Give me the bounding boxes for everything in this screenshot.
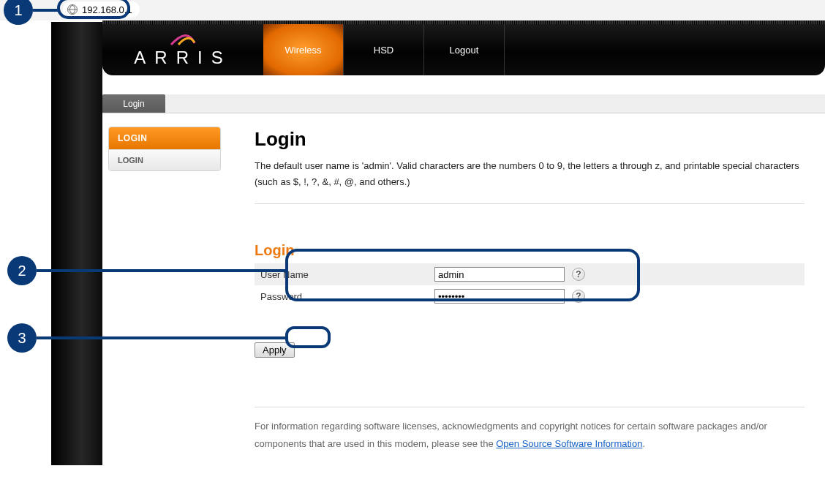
url-text: 192.168.0.1 bbox=[82, 4, 132, 15]
logo-swoosh-icon bbox=[170, 31, 196, 46]
section-heading-login: Login bbox=[255, 242, 805, 259]
nav-hsd[interactable]: HSD bbox=[344, 24, 424, 75]
sidebar-item-login[interactable]: LOGIN bbox=[109, 149, 220, 170]
logo: ARRIS bbox=[102, 24, 263, 75]
content-area: LOGIN LOGIN Login The default user name … bbox=[102, 113, 825, 465]
open-source-link[interactable]: Open Source Software Information bbox=[496, 438, 642, 449]
help-icon[interactable]: ? bbox=[572, 268, 585, 281]
help-icon[interactable]: ? bbox=[572, 290, 585, 303]
browser-url-bar: 192.168.0.1 bbox=[0, 0, 825, 20]
password-input[interactable] bbox=[434, 289, 565, 304]
password-label: Password bbox=[255, 291, 434, 302]
footer-text-post: . bbox=[642, 438, 645, 449]
url-chip[interactable]: 192.168.0.1 bbox=[63, 1, 140, 18]
main-nav: Wireless HSD Logout bbox=[263, 24, 505, 75]
globe-icon bbox=[67, 4, 78, 15]
tab-login[interactable]: Login bbox=[102, 94, 165, 113]
page-description: The default user name is 'admin'. Valid … bbox=[255, 158, 805, 204]
page-title: Login bbox=[255, 128, 805, 151]
username-label: User Name bbox=[255, 269, 434, 280]
username-input[interactable] bbox=[434, 267, 565, 282]
apply-row: Apply bbox=[255, 342, 805, 358]
page-background: ARRIS Wireless HSD Logout Login LOGIN LO… bbox=[0, 20, 825, 504]
decorative-left-strip bbox=[51, 22, 102, 465]
annotation-badge-3: 3 bbox=[7, 323, 37, 353]
sidebar: LOGIN LOGIN bbox=[102, 113, 227, 465]
sub-tab-row: Login bbox=[102, 94, 825, 113]
router-admin-panel: ARRIS Wireless HSD Logout Login LOGIN LO… bbox=[102, 20, 825, 465]
main-panel: Login The default user name is 'admin'. … bbox=[227, 113, 825, 465]
nav-logout[interactable]: Logout bbox=[424, 24, 505, 75]
nav-wireless[interactable]: Wireless bbox=[263, 24, 344, 75]
sidebar-card: LOGIN LOGIN bbox=[108, 127, 221, 171]
annotation-badge-2: 2 bbox=[7, 256, 37, 285]
row-password: Password ? bbox=[255, 285, 805, 307]
footer-info: For information regarding software licen… bbox=[255, 407, 805, 452]
apply-button[interactable]: Apply bbox=[255, 342, 295, 358]
logo-text: ARRIS bbox=[134, 48, 231, 68]
row-username: User Name ? bbox=[255, 263, 805, 285]
header: ARRIS Wireless HSD Logout bbox=[102, 24, 825, 75]
sidebar-heading: LOGIN bbox=[109, 127, 220, 149]
